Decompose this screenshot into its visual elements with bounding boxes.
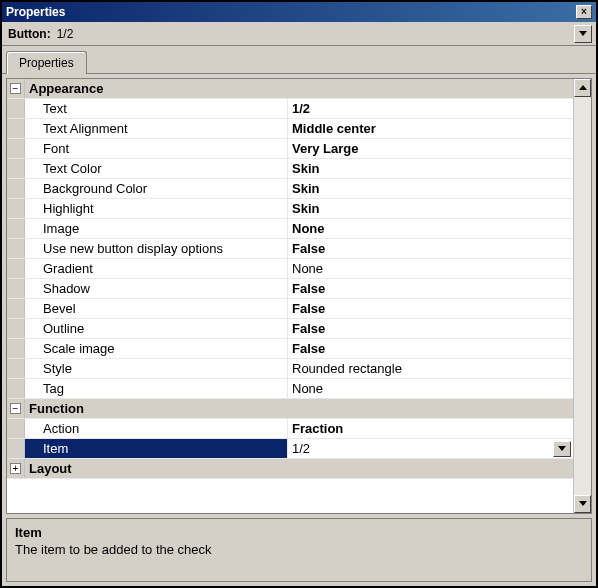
property-value[interactable]: False	[287, 319, 573, 338]
property-value[interactable]: Fraction	[287, 419, 573, 438]
property-label: Use new button display options	[25, 239, 287, 258]
object-type-label: Button:	[4, 25, 55, 43]
property-label: Highlight	[25, 199, 287, 218]
property-label: Shadow	[25, 279, 287, 298]
expand-spacer	[7, 439, 25, 458]
chevron-up-icon	[579, 85, 587, 91]
property-label: Outline	[25, 319, 287, 338]
close-icon[interactable]: ×	[576, 5, 592, 19]
tab-properties[interactable]: Properties	[6, 51, 87, 74]
chevron-down-icon	[579, 501, 587, 507]
expand-spacer	[7, 419, 25, 438]
property-label: Font	[25, 139, 287, 158]
window-title: Properties	[6, 5, 65, 19]
expand-spacer	[7, 159, 25, 178]
property-label: Background Color	[25, 179, 287, 198]
expand-spacer	[7, 199, 25, 218]
expand-spacer	[7, 119, 25, 138]
property-label: Item	[25, 439, 287, 458]
help-title: Item	[15, 525, 583, 540]
property-row[interactable]: ShadowFalse	[7, 279, 573, 299]
expand-spacer	[7, 319, 25, 338]
property-row[interactable]: OutlineFalse	[7, 319, 573, 339]
property-value[interactable]: None	[287, 219, 573, 238]
property-label: Gradient	[25, 259, 287, 278]
property-value[interactable]: Middle center	[287, 119, 573, 138]
object-dropdown-button[interactable]	[574, 25, 592, 43]
property-value[interactable]: Very Large	[287, 139, 573, 158]
expand-spacer	[7, 239, 25, 258]
scroll-track[interactable]	[574, 97, 591, 495]
property-row[interactable]: GradientNone	[7, 259, 573, 279]
description-pane: Item The item to be added to the check	[6, 518, 592, 582]
property-row[interactable]: StyleRounded rectangle	[7, 359, 573, 379]
expand-spacer	[7, 339, 25, 358]
property-value[interactable]: 1/2	[287, 99, 573, 118]
chevron-down-icon	[558, 446, 566, 452]
plus-icon: +	[10, 463, 21, 474]
property-grid-rows: −AppearanceText1/2Text AlignmentMiddle c…	[7, 79, 573, 513]
properties-window: Properties × Button: 1/2 Properties −App…	[0, 0, 598, 588]
property-value[interactable]: None	[287, 379, 573, 398]
property-label: Style	[25, 359, 287, 378]
minus-icon: −	[10, 83, 21, 94]
property-row[interactable]: Scale imageFalse	[7, 339, 573, 359]
property-row[interactable]: Text1/2	[7, 99, 573, 119]
category-label: Function	[25, 399, 573, 418]
property-row[interactable]: ImageNone	[7, 219, 573, 239]
property-value[interactable]: Skin	[287, 159, 573, 178]
category-row[interactable]: −Appearance	[7, 79, 573, 99]
property-row[interactable]: Item1/2	[7, 439, 573, 459]
tabstrip: Properties	[2, 46, 596, 74]
property-row[interactable]: Text ColorSkin	[7, 159, 573, 179]
property-label: Text	[25, 99, 287, 118]
property-value[interactable]: Skin	[287, 179, 573, 198]
category-row[interactable]: −Function	[7, 399, 573, 419]
expand-spacer	[7, 359, 25, 378]
property-value[interactable]: Skin	[287, 199, 573, 218]
titlebar: Properties ×	[2, 2, 596, 22]
minus-icon: −	[10, 403, 21, 414]
property-value[interactable]: 1/2	[287, 439, 573, 458]
expand-toggle[interactable]: +	[7, 459, 25, 478]
property-label: Image	[25, 219, 287, 238]
property-value[interactable]: False	[287, 279, 573, 298]
property-value[interactable]: Rounded rectangle	[287, 359, 573, 378]
scroll-down-button[interactable]	[574, 495, 591, 513]
expand-spacer	[7, 99, 25, 118]
property-value[interactable]: False	[287, 299, 573, 318]
category-label: Layout	[25, 459, 573, 478]
property-label: Scale image	[25, 339, 287, 358]
property-row[interactable]: Text AlignmentMiddle center	[7, 119, 573, 139]
help-description: The item to be added to the check	[15, 542, 583, 557]
property-label: Action	[25, 419, 287, 438]
property-value[interactable]: None	[287, 259, 573, 278]
property-value[interactable]: False	[287, 339, 573, 358]
expand-spacer	[7, 299, 25, 318]
expand-spacer	[7, 139, 25, 158]
scroll-up-button[interactable]	[574, 79, 591, 97]
property-value[interactable]: False	[287, 239, 573, 258]
property-grid: −AppearanceText1/2Text AlignmentMiddle c…	[6, 78, 592, 514]
expand-toggle[interactable]: −	[7, 399, 25, 418]
object-selector[interactable]: Button: 1/2	[2, 22, 596, 46]
property-row[interactable]: Use new button display optionsFalse	[7, 239, 573, 259]
property-label: Text Alignment	[25, 119, 287, 138]
object-name: 1/2	[55, 25, 574, 43]
value-dropdown-button[interactable]	[553, 441, 571, 457]
property-row[interactable]: BevelFalse	[7, 299, 573, 319]
property-row[interactable]: Background ColorSkin	[7, 179, 573, 199]
property-row[interactable]: TagNone	[7, 379, 573, 399]
expand-spacer	[7, 179, 25, 198]
expand-toggle[interactable]: −	[7, 79, 25, 98]
expand-spacer	[7, 259, 25, 278]
property-label: Bevel	[25, 299, 287, 318]
category-row[interactable]: +Layout	[7, 459, 573, 479]
property-row[interactable]: HighlightSkin	[7, 199, 573, 219]
property-row[interactable]: FontVery Large	[7, 139, 573, 159]
vertical-scrollbar[interactable]	[573, 79, 591, 513]
expand-spacer	[7, 279, 25, 298]
category-label: Appearance	[25, 79, 573, 98]
chevron-down-icon	[579, 31, 587, 37]
property-row[interactable]: ActionFraction	[7, 419, 573, 439]
